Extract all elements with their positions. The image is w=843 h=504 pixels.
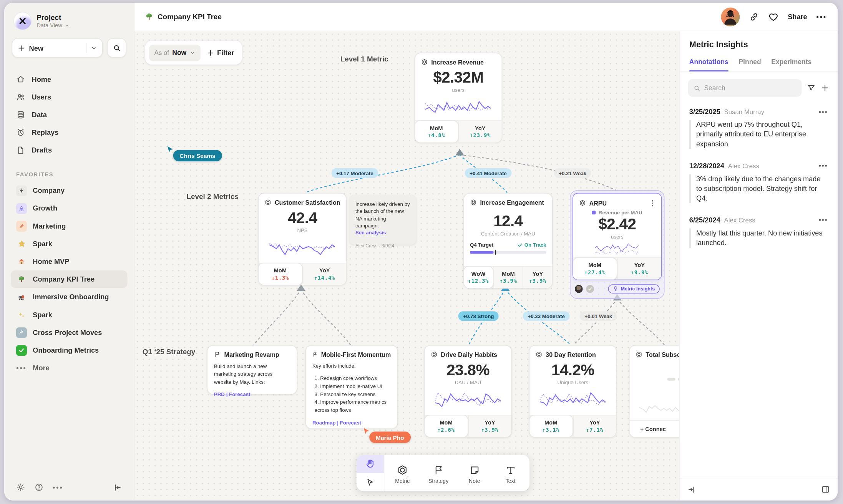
favorite-spark[interactable]: Spark [11,235,128,252]
help-icon[interactable] [35,483,44,492]
favorite-spark-2[interactable]: Spark [11,306,128,323]
favorite-marketing[interactable]: Marketing [11,217,128,235]
connect-button[interactable]: + Connec [630,420,679,437]
split-view-icon[interactable] [821,485,830,494]
filter-button[interactable]: Filter [207,49,234,57]
stat-value: ↑4.8% [416,132,457,138]
stat-mom[interactable]: MoM ↑27.4% [573,257,617,280]
annotation-item[interactable]: 3/25/2025 Susan Murray ••• ARPU went up … [689,108,828,149]
metric-insights-button[interactable]: Metric Insights [608,284,660,293]
canvas-note-card[interactable]: Increase likely driven by the launch of … [350,195,417,245]
strategy-links[interactable]: Roadmap | Forecast [312,420,391,426]
favorite-company[interactable]: Company [11,182,128,199]
metric-card-30-day-retention[interactable]: 30 Day Retention 14.2% Unique Users MoM … [529,345,617,438]
stat-yoy[interactable]: YoY ↑9.9% [617,258,661,280]
edge-correlation-label[interactable]: +0.78 Strong [458,311,499,321]
card-menu-icon[interactable] [650,199,655,207]
edge-correlation-label[interactable]: +0.33 Moderate [523,311,570,321]
stat-yoy[interactable]: YoY ↑7.1% [573,416,616,437]
edge-correlation-label[interactable]: +0.01 Weak [580,311,617,321]
project-view-switcher[interactable]: Data View [37,22,69,28]
favorite-heart-icon[interactable] [768,12,779,22]
stat-mom[interactable]: MoM ↑3.9% [493,267,523,288]
annotation-menu-icon[interactable]: ••• [819,216,828,224]
stat-yoy[interactable]: YoY ↑3.9% [468,416,511,437]
strategy-tool-button[interactable]: Strategy [420,455,456,491]
collapse-sidebar-icon[interactable] [113,483,122,491]
stat-wow[interactable]: WoW ↑12.3% [463,266,493,289]
favorite-cross-project-moves[interactable]: Cross Project Moves [11,323,128,341]
see-analysis-link[interactable]: See analysis [355,229,410,235]
metric-value: 23.8% [425,361,511,379]
sidebar-item-users[interactable]: Users [11,88,128,106]
copy-link-icon[interactable] [749,12,759,22]
skeleton-bar [678,378,679,381]
metric-tool-button[interactable]: Metric [384,455,420,491]
sparkline-placeholder [635,397,679,418]
edge-correlation-label[interactable]: +0.21 Weak [554,168,591,178]
edge-correlation-label[interactable]: +0.17 Moderate [332,168,378,178]
favorites-header: FAVORITES [16,171,122,177]
user-avatar[interactable] [721,7,740,26]
favorite-growth[interactable]: Growth [11,199,128,217]
project-switcher[interactable]: Project Data View [11,11,128,30]
metric-card-increase-revenue[interactable]: Increase Revenue $2.32M users MoM ↑4.8% [415,53,502,143]
strategy-card-marketing-revamp[interactable]: Marketing Revamp Build and launch a new … [207,345,297,395]
stat-mom[interactable]: MoM ↑3.1% [529,415,573,438]
sidebar-item-replays[interactable]: Replays [11,124,128,141]
edge-correlation-label[interactable]: +0.41 Moderate [465,168,512,178]
stat-mom[interactable]: MoM ↑4.8% [415,120,458,143]
header-more-icon[interactable]: ••• [816,13,827,21]
tab-annotations[interactable]: Annotations [689,58,728,71]
share-button[interactable]: Share [788,13,807,21]
stat-yoy[interactable]: YoY ↑3.9% [523,267,552,288]
metric-card-increase-engagement[interactable]: Increase Engagement 12.4 Content Creatio… [463,193,553,288]
annotation-item[interactable]: 6/25/2024 Alex Cress ••• Mostly flat thi… [689,216,828,247]
stat-yoy[interactable]: YoY ↑14.4% [302,264,346,285]
strategy-card-mobile-first-momentum[interactable]: Mobile-First Momentum Key efforts includ… [305,345,398,429]
collaborator-cursor-chris: Chris Seams [166,145,222,161]
favorite-immersive-onboarding[interactable]: Immersive Onboarding [11,288,128,306]
text-tool-button[interactable]: Text [493,455,529,491]
filter-funnel-icon[interactable] [807,84,815,92]
favorite-home-mvp[interactable]: Home MVP [11,253,128,270]
metric-card-customer-satisfaction[interactable]: Customer Satisfaction 42.4 NPS MoM ↓1.3% [258,193,347,285]
new-button[interactable]: New [12,38,103,57]
search-input[interactable] [704,84,796,92]
sidebar-item-home[interactable]: Home [11,70,128,88]
metric-card-arpu-selected[interactable]: ARPU Revenue per MAU $2.42 users [570,190,664,299]
add-annotation-icon[interactable] [821,84,829,92]
note-tool-button[interactable]: Note [456,455,493,491]
stat-mom[interactable]: MoM ↑2.6% [424,415,468,438]
as-of-selector[interactable]: As of Now [149,44,201,61]
sidebar-nav: Home Users Data Replays Drafts [11,70,128,159]
select-tool-button[interactable] [357,473,384,491]
collapse-panel-icon[interactable] [687,485,695,494]
sidebar-item-data[interactable]: Data [11,106,128,124]
stat-mom[interactable]: MoM ↓1.3% [258,263,302,285]
tab-pinned[interactable]: Pinned [738,58,761,71]
annotations-search[interactable] [688,79,802,97]
metric-title: 30 Day Retention [546,351,596,358]
sidebar-footer-more-icon[interactable]: ••• [53,483,63,491]
kpi-tree-canvas[interactable]: As of Now Filter Level 1 Metric Level 2 … [134,31,679,501]
annotation-menu-icon[interactable]: ••• [819,108,828,116]
favorite-onboarding-metrics[interactable]: Onboarding Metrics [11,342,128,359]
strategy-links[interactable]: PRD | Forecast [214,391,290,397]
sidebar-more[interactable]: ••• More [11,359,128,377]
stat-yoy[interactable]: YoY ↑23.9% [458,121,502,143]
strategy-label: Q1 ‘25 Strategy [143,348,196,356]
tree-icon [145,13,153,21]
sidebar-search-button[interactable] [107,38,126,57]
metric-card-total-subscriptions[interactable]: Total Subscript + Connec [629,345,679,438]
tab-experiments[interactable]: Experiments [771,58,811,71]
sidebar-item-drafts[interactable]: Drafts [11,141,128,159]
annotation-menu-icon[interactable]: ••• [819,162,828,170]
favorite-company-kpi-tree[interactable]: Company KPI Tree [11,270,128,288]
hand-tool-button[interactable] [357,455,384,473]
collaborator-cursor-maria: Maria Pho [362,427,411,443]
metric-insights-panel: Metric Insights Annotations Pinned Exper… [679,31,838,501]
settings-gear-icon[interactable] [16,483,25,492]
metric-card-drive-daily-habbits[interactable]: Drive Daily Habbits 23.8% DAU / MAU MoM … [424,345,512,438]
annotation-item[interactable]: 12/28/2024 Alex Cress ••• 3% drop likely… [689,162,828,203]
